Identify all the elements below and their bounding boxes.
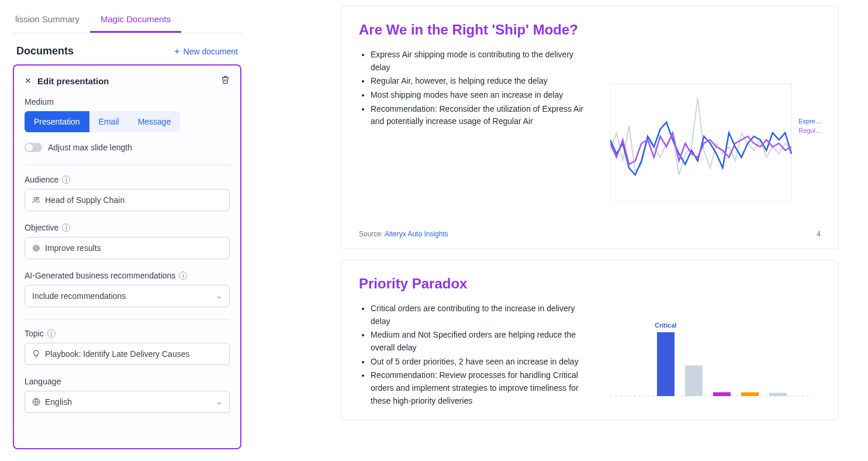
page-number: 4: [817, 230, 821, 238]
close-icon[interactable]: ✕: [25, 76, 32, 85]
objective-input[interactable]: Improve results: [25, 237, 230, 259]
bullet: Regular Air, however, is helping reduce …: [371, 75, 593, 88]
info-icon[interactable]: i: [62, 223, 70, 232]
medium-presentation[interactable]: Presentation: [25, 111, 89, 132]
info-icon[interactable]: i: [179, 271, 187, 280]
globe-icon: [32, 398, 40, 406]
new-document-button[interactable]: + New document: [174, 46, 238, 57]
medium-message[interactable]: Message: [129, 111, 181, 132]
target-icon: [32, 244, 40, 252]
svg-point-0: [34, 197, 37, 200]
chart-legend: Expre… Regul…: [798, 118, 822, 134]
tab-magic-documents[interactable]: Magic Documents: [90, 6, 181, 33]
left-panel: lission Summary Magic Documents Document…: [12, 6, 243, 449]
app-root: lission Summary Magic Documents Document…: [0, 0, 868, 461]
adjust-max-toggle[interactable]: [25, 143, 42, 152]
lightbulb-icon: [32, 350, 40, 358]
ai-rec-select[interactable]: Include recommendations ⌄: [25, 285, 230, 307]
topic-input[interactable]: Playbook: Identify Late Delivery Causes: [25, 343, 230, 365]
svg-point-4: [36, 247, 36, 248]
preview-area[interactable]: Are We in the Right 'Ship' Mode? Express…: [243, 6, 856, 449]
slide-text: Critical orders are contributing to the …: [359, 302, 593, 409]
source-link[interactable]: Alteryx Auto Insights: [385, 230, 448, 238]
svg-rect-9: [685, 366, 703, 396]
ai-rec-value: Include recommendations: [32, 291, 126, 301]
documents-title: Documents: [16, 45, 74, 57]
svg-rect-8: [657, 332, 675, 396]
divider: [25, 319, 230, 319]
svg-rect-12: [769, 393, 787, 396]
objective-label: Objective i: [25, 223, 230, 232]
info-icon[interactable]: i: [47, 329, 56, 338]
line-chart: [610, 49, 821, 201]
svg-point-1: [37, 197, 39, 199]
slide-ship-mode: Are We in the Right 'Ship' Mode? Express…: [341, 6, 839, 249]
chevron-down-icon: ⌄: [216, 398, 222, 406]
new-document-label: New document: [184, 47, 238, 56]
source-label: Source:: [359, 230, 385, 238]
slide-priority-paradox: Priority Paradox Critical orders are con…: [341, 260, 839, 420]
tab-bar: lission Summary Magic Documents: [12, 6, 243, 33]
ai-rec-label: AI-Generated business recommendations i: [25, 271, 230, 280]
svg-rect-10: [713, 392, 731, 396]
tab-mission-summary[interactable]: lission Summary: [12, 6, 90, 33]
language-value: English: [45, 397, 72, 407]
svg-text:Critical: Critical: [655, 322, 676, 329]
bullet: Express Air shipping mode is contributin…: [371, 49, 593, 74]
info-icon[interactable]: i: [62, 176, 70, 184]
medium-email[interactable]: Email: [89, 111, 129, 132]
audience-value: Head of Supply Chain: [45, 195, 125, 205]
medium-toggle-group: Presentation Email Message: [25, 111, 230, 132]
medium-label: Medium: [25, 97, 230, 106]
svg-rect-11: [741, 392, 759, 396]
plus-icon: +: [174, 46, 179, 57]
legend-express: Expre…: [798, 118, 822, 125]
slide-title: Are We in the Right 'Ship' Mode?: [359, 22, 821, 38]
language-select[interactable]: English ⌄: [25, 391, 230, 413]
slide-footer: Source: Alteryx Auto Insights 4: [359, 230, 821, 238]
slide-title: Priority Paradox: [359, 276, 821, 292]
bullet: Medium and Not Specified orders are help…: [371, 329, 593, 354]
edit-card-header: ✕ Edit presentation: [25, 75, 230, 87]
documents-header: Documents + New document: [12, 33, 243, 64]
bullet: Out of 5 order priorities, 2 have seen a…: [371, 356, 593, 369]
edit-title: Edit presentation: [37, 76, 109, 86]
bullet: Recommendation: Reconsider the utilizati…: [371, 103, 593, 128]
topic-label: Topic i: [25, 329, 230, 338]
bar-chart: Critical: [610, 302, 821, 408]
topic-value: Playbook: Identify Late Delivery Causes: [45, 349, 189, 359]
edit-presentation-card: ✕ Edit presentation Medium Presentation …: [13, 64, 241, 449]
adjust-max-label: Adjust max slide length: [48, 143, 132, 152]
audience-input[interactable]: Head of Supply Chain: [25, 189, 230, 211]
adjust-max-row: Adjust max slide length: [25, 143, 230, 152]
slide-text: Express Air shipping mode is contributin…: [359, 49, 593, 201]
bullet: Critical orders are contributing to the …: [371, 302, 593, 328]
bullet: Most shipping modes have seen an increas…: [371, 89, 593, 102]
chevron-down-icon: ⌄: [216, 292, 222, 300]
language-label: Language: [25, 377, 230, 386]
slide-chart: Critical: [610, 302, 821, 409]
bullet: Recommendation: Review processes for han…: [371, 369, 593, 407]
slide-chart: Expre… Regul…: [610, 49, 821, 201]
audience-label: Audience i: [25, 175, 230, 184]
divider: [25, 165, 230, 166]
trash-icon[interactable]: [221, 75, 230, 87]
objective-value: Improve results: [45, 243, 101, 253]
people-icon: [32, 196, 40, 204]
legend-regular: Regul…: [798, 127, 822, 134]
